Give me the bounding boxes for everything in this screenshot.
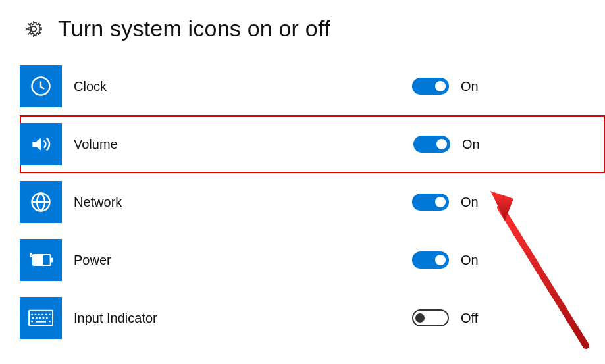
toggle-status: On	[461, 195, 479, 210]
row-label: Power	[74, 253, 111, 268]
toggle-knob	[435, 255, 446, 265]
power-icon	[20, 239, 62, 281]
toggle-status: Off	[461, 311, 478, 326]
toggle-status: On	[461, 253, 479, 268]
toggle-status: On	[461, 79, 479, 94]
toggle-knob	[436, 139, 447, 149]
volume-icon	[20, 123, 62, 165]
toggle-network[interactable]	[412, 194, 449, 211]
row-network: Network On	[20, 173, 605, 231]
input-indicator-icon	[20, 297, 62, 339]
toggle-volume[interactable]	[413, 136, 450, 153]
svg-rect-4	[33, 255, 43, 265]
row-label: Network	[74, 195, 122, 210]
row-volume: Volume On	[20, 115, 605, 173]
gear-icon	[24, 19, 43, 39]
network-icon	[20, 181, 62, 223]
toggle-clock[interactable]	[412, 78, 449, 95]
toggle-knob	[435, 81, 446, 91]
row-power: Power On	[20, 231, 605, 289]
toggle-power[interactable]	[412, 251, 449, 269]
header-bar: Turn system icons on or off	[0, 0, 605, 51]
svg-rect-5	[51, 258, 53, 263]
toggle-knob	[415, 313, 425, 323]
svg-point-0	[31, 26, 36, 32]
row-label: Volume	[74, 137, 118, 152]
row-clock: Clock On	[20, 57, 605, 115]
page-title: Turn system icons on or off	[58, 16, 330, 41]
toggle-status: On	[462, 137, 480, 152]
toggle-knob	[435, 197, 446, 207]
settings-list: Clock On Volume On	[0, 51, 605, 347]
row-label: Clock	[74, 79, 107, 94]
row-input-indicator: Input Indicator Off	[20, 289, 605, 347]
toggle-input-indicator[interactable]	[412, 309, 449, 326]
clock-icon	[20, 65, 62, 107]
row-label: Input Indicator	[74, 311, 157, 326]
